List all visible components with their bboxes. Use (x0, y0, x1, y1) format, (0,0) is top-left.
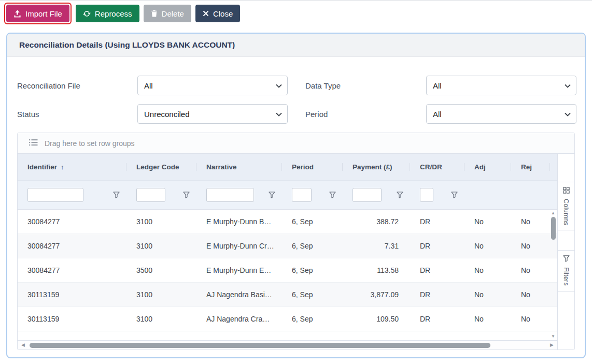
close-icon (203, 10, 209, 17)
column-label: Adj (474, 163, 486, 171)
upload-icon (13, 10, 21, 18)
scroll-right-icon[interactable]: ▶ (550, 343, 554, 347)
scroll-left-icon[interactable]: ◀ (21, 343, 25, 347)
page-title: Reconciliation Details (Using LLOYDS BAN… (19, 40, 573, 50)
horizontal-scroll-track[interactable] (29, 343, 546, 348)
cell-rej: No (511, 242, 550, 250)
column-header-ledger-code[interactable]: Ledger Code (126, 154, 196, 180)
crdr-filter-menu-button[interactable] (451, 192, 458, 198)
column-header-rej[interactable]: Rej (511, 154, 550, 180)
import-file-button[interactable]: Import File (6, 5, 69, 22)
delete-button[interactable]: Delete (144, 5, 191, 22)
cell-ledger-code: 3100 (126, 315, 196, 323)
column-header-adj[interactable]: Adj (464, 154, 511, 180)
crdr-filter-input[interactable] (420, 188, 433, 202)
period-filter-menu-button[interactable] (329, 192, 336, 198)
reprocess-label: Reprocess (95, 9, 132, 18)
filter-cell-crdr (410, 181, 464, 209)
payment-filter-input[interactable] (353, 188, 382, 202)
column-label: Period (292, 163, 314, 171)
table-row[interactable]: 30113159 3100 AJ Nagendra Basi… 6, Sep 3… (18, 283, 557, 307)
tab-columns[interactable]: Columns (558, 182, 574, 230)
row-groups-icon (29, 139, 38, 148)
narrative-filter-menu-button[interactable] (269, 192, 275, 198)
side-tab-label: Columns (562, 199, 570, 225)
column-header-period[interactable]: Period (282, 154, 343, 180)
cell-crdr: DR (410, 217, 464, 226)
cell-identifier: 30084277 (18, 266, 126, 274)
data-type-select[interactable]: All (426, 76, 576, 95)
close-label: Close (213, 9, 233, 18)
panel-header: Reconciliation Details (Using LLOYDS BAN… (7, 34, 585, 57)
period-select[interactable]: All (426, 104, 576, 124)
cell-ledger-code: 3100 (126, 217, 196, 226)
import-highlight-box: Import File (4, 3, 72, 24)
identifier-filter-input[interactable] (27, 188, 83, 202)
vertical-scrollbar[interactable]: ▲ ▼ (549, 210, 557, 340)
filter-form-row-2: Status Unreconciled Period All (17, 104, 576, 124)
trash-icon (151, 10, 158, 17)
cell-crdr: DR (410, 290, 464, 299)
row-group-hint: Drag here to set row groups (45, 139, 135, 148)
column-header-crdr[interactable]: CR/DR (410, 154, 464, 180)
cell-identifier: 30113159 (18, 315, 126, 323)
filter-funnel-icon (397, 192, 403, 198)
reconciliation-file-select[interactable]: All (137, 76, 288, 95)
cell-period: 6, Sep (282, 290, 343, 299)
chevron-down-icon (565, 112, 571, 117)
cell-period: 6, Sep (282, 315, 343, 323)
import-file-label: Import File (25, 9, 62, 18)
status-value: Unreconciled (144, 110, 190, 119)
column-label: Identifier (27, 163, 57, 171)
filter-funnel-icon (269, 192, 275, 198)
cell-rej: No (511, 266, 550, 274)
vertical-scroll-thumb[interactable] (551, 217, 556, 240)
cell-payment: 3,877.09 (343, 290, 410, 299)
ledger-code-filter-input[interactable] (136, 188, 165, 202)
grid-side-bar: Columns Filters (557, 154, 574, 350)
period-filter-input[interactable] (292, 188, 312, 202)
column-label: Narrative (206, 163, 237, 171)
reconciliation-file-label: Reconciliation File (17, 81, 137, 90)
filter-cell-rej (511, 181, 550, 209)
grid-header-row: Identifier ↑ Ledger Code Narrative Perio… (18, 154, 557, 181)
cell-adj: No (464, 290, 511, 299)
table-row[interactable]: 30084277 3500 E Murphy-Dunn E… 6, Sep 11… (18, 258, 557, 283)
cell-adj: No (464, 217, 511, 226)
tab-filters[interactable]: Filters (558, 250, 574, 291)
cell-ledger-code: 3100 (126, 242, 196, 250)
cell-rej: No (511, 290, 550, 299)
column-label: Payment (£) (353, 163, 392, 171)
ledger-code-filter-menu-button[interactable] (183, 192, 190, 198)
table-row[interactable]: 30084277 3100 E Murphy-Dunn Cr… 6, Sep 7… (18, 234, 557, 258)
table-row[interactable]: 30113159 3100 AJ Nagendra Cra… 6, Sep 10… (18, 307, 557, 331)
cell-identifier: 30084277 (18, 242, 126, 250)
data-type-label: Data Type (305, 81, 426, 90)
data-type-value: All (433, 81, 442, 90)
columns-icon (563, 187, 570, 195)
cell-adj: No (464, 266, 511, 274)
filter-funnel-icon (329, 192, 336, 198)
toolbar: Import File Reprocess Delete Close (0, 1, 592, 26)
column-header-identifier[interactable]: Identifier ↑ (18, 154, 126, 180)
narrative-filter-input[interactable] (206, 188, 254, 202)
horizontal-scroll-thumb[interactable] (30, 343, 490, 348)
cell-narrative: E Murphy-Dunn B… (196, 217, 282, 226)
scroll-down-icon[interactable]: ▼ (551, 334, 555, 339)
payment-filter-menu-button[interactable] (397, 192, 403, 198)
status-select[interactable]: Unreconciled (137, 104, 288, 124)
cell-payment: 7.31 (343, 242, 410, 250)
filter-icon (563, 255, 570, 264)
grid-body: Identifier ↑ Ledger Code Narrative Perio… (18, 154, 574, 350)
row-group-drop-zone[interactable]: Drag here to set row groups (18, 133, 574, 154)
column-header-narrative[interactable]: Narrative (196, 154, 282, 180)
table-row[interactable]: 30084277 3100 E Murphy-Dunn B… 6, Sep 38… (18, 210, 557, 234)
grid-main: Identifier ↑ Ledger Code Narrative Perio… (18, 154, 557, 350)
scroll-up-icon[interactable]: ▲ (551, 211, 555, 215)
reprocess-button[interactable]: Reprocess (76, 5, 139, 22)
close-button[interactable]: Close (195, 5, 240, 22)
column-header-payment[interactable]: Payment (£) (343, 154, 410, 180)
identifier-filter-menu-button[interactable] (113, 192, 120, 198)
horizontal-scrollbar[interactable]: ◀ ▶ (18, 340, 557, 350)
cell-period: 6, Sep (282, 242, 343, 250)
